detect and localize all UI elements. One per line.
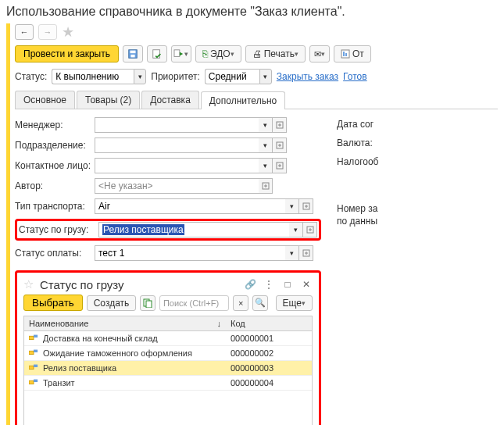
transport-input[interactable] bbox=[95, 198, 285, 214]
svg-rect-21 bbox=[29, 366, 34, 369]
svg-rect-19 bbox=[29, 351, 34, 354]
popup-more-icon[interactable]: ⋮ bbox=[263, 279, 275, 290]
post-button[interactable] bbox=[147, 45, 167, 62]
tab-3[interactable]: Дополнительно bbox=[201, 91, 285, 109]
popup-link-icon[interactable]: 🔗 bbox=[244, 279, 256, 290]
popup-favorite-icon[interactable]: ☆ bbox=[23, 277, 34, 291]
author-open-icon[interactable] bbox=[259, 178, 273, 194]
select-button[interactable]: Выбрать bbox=[23, 295, 83, 311]
popup-highlight: ☆ Статус по грузу 🔗 ⋮ □ ✕ Выбрать Создат… bbox=[15, 270, 321, 425]
payment-status-dropdown-icon[interactable]: ▾ bbox=[285, 245, 299, 261]
svg-rect-18 bbox=[34, 335, 38, 338]
transport-label: Тип транспорта: bbox=[15, 201, 91, 212]
status-label: Статус: bbox=[15, 71, 47, 82]
svg-rect-7 bbox=[345, 53, 347, 56]
cargo-status-open-icon[interactable] bbox=[303, 222, 317, 238]
author-input[interactable] bbox=[95, 178, 259, 194]
clear-search-button[interactable]: × bbox=[233, 295, 248, 311]
print-button[interactable]: 🖨Печать bbox=[245, 45, 306, 62]
more-button[interactable]: Еще bbox=[276, 295, 313, 311]
manager-input[interactable] bbox=[95, 117, 259, 133]
contact-input[interactable] bbox=[95, 158, 259, 173]
table-row[interactable]: Транзит000000004 bbox=[24, 376, 312, 391]
contact-label: Контактное лицо: bbox=[15, 160, 91, 171]
copy-button[interactable] bbox=[140, 295, 155, 311]
transport-dropdown-icon[interactable]: ▾ bbox=[285, 198, 299, 214]
search-button[interactable]: 🔍 bbox=[252, 295, 268, 311]
reports-button[interactable]: От bbox=[334, 45, 371, 62]
close-order-link[interactable]: Закрыть заказ bbox=[277, 71, 338, 82]
save-button[interactable] bbox=[123, 45, 143, 62]
tab-1[interactable]: Товары (2) bbox=[77, 91, 140, 109]
col-name-header[interactable]: Наименование↓ bbox=[24, 316, 226, 330]
order-no-label: Номер за bbox=[337, 203, 378, 214]
page-title: Использование справочника в документе "З… bbox=[6, 5, 498, 19]
department-open-icon[interactable] bbox=[273, 138, 287, 153]
list-item-icon bbox=[29, 334, 40, 343]
cargo-status-popup: ☆ Статус по грузу 🔗 ⋮ □ ✕ Выбрать Создат… bbox=[19, 274, 317, 425]
svg-rect-17 bbox=[29, 336, 34, 339]
svg-rect-1 bbox=[130, 51, 135, 54]
cargo-status-label: Статус по грузу: bbox=[19, 224, 95, 235]
create-from-button[interactable] bbox=[171, 45, 191, 62]
post-and-close-button[interactable]: Провести и закрыть bbox=[15, 45, 119, 62]
payment-status-label: Статус оплаты: bbox=[15, 248, 91, 259]
currency-label: Валюта: bbox=[337, 138, 378, 148]
svg-rect-4 bbox=[174, 50, 180, 57]
popup-search-input[interactable]: Поиск (Ctrl+F) bbox=[159, 295, 229, 311]
favorite-star-icon[interactable]: ★ bbox=[62, 23, 74, 41]
cargo-status-highlight: Статус по грузу: Релиз поставщика ▾ bbox=[15, 219, 321, 241]
department-dropdown-icon[interactable]: ▾ bbox=[259, 138, 273, 153]
department-input[interactable] bbox=[95, 138, 259, 153]
edo-button[interactable]: ⎘ЭДО bbox=[195, 45, 241, 62]
svg-rect-24 bbox=[34, 380, 38, 382]
status-combo[interactable] bbox=[52, 69, 134, 84]
svg-rect-6 bbox=[343, 52, 345, 56]
by-data-label: по данны bbox=[337, 216, 378, 227]
create-button[interactable]: Создать bbox=[87, 295, 137, 311]
list-item-icon bbox=[29, 378, 40, 388]
table-row[interactable]: Доставка на конечный склад000000001 bbox=[24, 331, 312, 346]
contact-open-icon[interactable] bbox=[273, 158, 287, 173]
manager-open-icon[interactable] bbox=[273, 117, 287, 133]
svg-rect-22 bbox=[34, 365, 38, 367]
tab-0[interactable]: Основное bbox=[15, 91, 75, 109]
popup-close-icon[interactable]: ✕ bbox=[300, 279, 313, 290]
date-agree-label: Дата сог bbox=[337, 119, 378, 130]
cargo-status-dropdown-icon[interactable]: ▾ bbox=[289, 222, 303, 238]
priority-label: Приоритет: bbox=[151, 71, 200, 82]
table-row[interactable]: Ожидание таможенного оформления000000002 bbox=[24, 346, 312, 361]
priority-combo-dropdown-icon[interactable]: ▾ bbox=[259, 69, 272, 84]
table-row[interactable]: Релиз поставщика000000003 bbox=[24, 361, 312, 376]
forward-button[interactable]: → bbox=[38, 24, 57, 40]
department-label: Подразделение: bbox=[15, 140, 91, 151]
list-item-icon bbox=[29, 348, 40, 358]
popup-title: Статус по грузу bbox=[40, 278, 238, 291]
manager-label: Менеджер: bbox=[15, 120, 91, 130]
svg-rect-23 bbox=[29, 380, 34, 384]
popup-window-icon[interactable]: □ bbox=[281, 279, 294, 290]
list-item-icon bbox=[29, 363, 40, 373]
tax-label: Налогооб bbox=[337, 156, 378, 167]
author-label: Автор: bbox=[15, 180, 91, 191]
cargo-status-input[interactable]: Релиз поставщика bbox=[98, 222, 289, 238]
svg-rect-2 bbox=[130, 55, 134, 58]
contact-dropdown-icon[interactable]: ▾ bbox=[259, 158, 273, 173]
tab-2[interactable]: Доставка bbox=[141, 91, 199, 109]
email-button[interactable]: ✉ bbox=[309, 45, 330, 62]
status-combo-dropdown-icon[interactable]: ▾ bbox=[134, 69, 146, 84]
priority-combo[interactable] bbox=[205, 69, 259, 84]
svg-rect-20 bbox=[34, 350, 38, 352]
popup-table: Наименование↓ Код Доставка на конечный с… bbox=[23, 316, 313, 425]
payment-status-open-icon[interactable] bbox=[299, 245, 313, 261]
col-code-header[interactable]: Код bbox=[226, 316, 312, 330]
payment-status-input[interactable] bbox=[95, 245, 285, 261]
ready-link[interactable]: Готов bbox=[343, 71, 367, 82]
manager-dropdown-icon[interactable]: ▾ bbox=[259, 117, 273, 133]
transport-open-icon[interactable] bbox=[299, 198, 313, 214]
back-button[interactable]: ← bbox=[15, 24, 34, 40]
svg-rect-16 bbox=[146, 301, 152, 308]
